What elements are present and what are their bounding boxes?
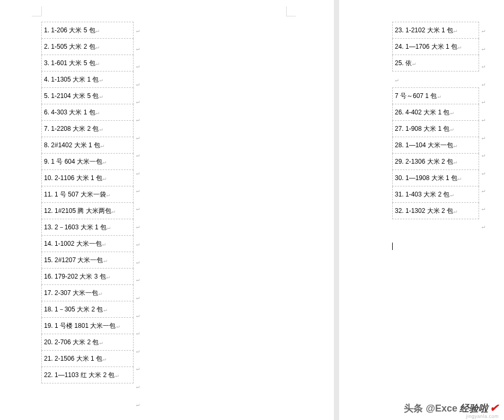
table-row[interactable]: 20. 2-706 大米 2 包↵ bbox=[42, 334, 134, 351]
table-row[interactable]: 3. 1-601 大米 5 包↵ bbox=[42, 55, 134, 72]
table-row[interactable]: 1. 1-206 大米 5 包↵ bbox=[42, 22, 134, 39]
table-cell[interactable]: 30. 1—1908 大米 1 包↵ bbox=[393, 170, 479, 186]
table-cell[interactable]: 25. 依↵ bbox=[393, 55, 479, 72]
table-row[interactable]: 27. 1-908 大米 1 包↵ bbox=[393, 121, 479, 137]
table-left[interactable]: 1. 1-206 大米 5 包↵2. 1-505 大米 2 包↵3. 1-601… bbox=[41, 22, 134, 383]
return-mark-icon: ↵ bbox=[136, 205, 140, 212]
table-row[interactable]: 18. 1－305 大米 2 包↵ bbox=[42, 301, 134, 318]
return-mark-icon: ↵ bbox=[482, 151, 485, 158]
table-cell[interactable]: 16. 179-202 大米 3 包↵ bbox=[42, 269, 134, 285]
return-mark-icon: ↵ bbox=[136, 134, 140, 141]
return-mark-icon: ↵ bbox=[136, 258, 140, 265]
table-row[interactable]: 6. 4-303 大米 1 包↵ bbox=[42, 104, 134, 121]
table-row[interactable]: 16. 179-202 大米 3 包↵ bbox=[42, 269, 134, 285]
cell-text: 7 号～607 1 包 bbox=[395, 92, 437, 100]
table-cell[interactable]: 4. 1-1305 大米 1 包↵ bbox=[42, 72, 134, 88]
table-row[interactable]: 11. 1 号 507 大米一袋↵ bbox=[42, 186, 134, 203]
table-cell[interactable]: 28. 1—104 大米一包↵ bbox=[393, 137, 479, 154]
table-row[interactable]: 7. 1-2208 大米 2 包↵ bbox=[42, 121, 134, 137]
return-mark-icon: ↵ bbox=[136, 312, 140, 319]
table-row[interactable]: 5. 1-2104 大米 5 包↵ bbox=[42, 88, 134, 104]
cell-text: 4. 1-1305 大米 1 包 bbox=[44, 76, 99, 83]
page-separator bbox=[334, 0, 339, 420]
table-row[interactable]: 31. 1-403 大米 2 包↵ bbox=[393, 186, 479, 203]
table-cell[interactable]: 32. 1-1302 大米 2 包↵ bbox=[393, 203, 479, 219]
table-row[interactable]: 15. 2#1207 大米一包↵ bbox=[42, 252, 134, 269]
table-cell[interactable]: 17. 2-307 大米一包↵ bbox=[42, 285, 134, 301]
table-row[interactable]: 24. 1—1706 大米 1 包↵ bbox=[393, 39, 479, 55]
table-row[interactable]: 23. 1-2102 大米 1 包↵ bbox=[393, 22, 479, 39]
table-cell[interactable]: 9. 1 号 604 大米一包↵ bbox=[42, 154, 134, 170]
table-row[interactable]: 32. 1-1302 大米 2 包↵ bbox=[393, 203, 479, 219]
cell-text: 2. 1-505 大米 2 包 bbox=[44, 43, 95, 50]
return-mark-icon: ↵ bbox=[437, 93, 441, 100]
table-row[interactable]: 9. 1 号 604 大米一包↵ bbox=[42, 154, 134, 170]
table-row[interactable]: 25. 依↵ bbox=[393, 55, 479, 72]
table-cell[interactable]: 10. 2-1106 大米 1 包↵ bbox=[42, 170, 134, 186]
table-cell[interactable]: 14. 1-1002 大米一包↵ bbox=[42, 236, 134, 252]
table-row[interactable]: 7 号～607 1 包↵ bbox=[393, 88, 479, 104]
cell-text: 14. 1-1002 大米一包 bbox=[44, 240, 102, 247]
table-cell[interactable]: 24. 1—1706 大米 1 包↵ bbox=[393, 39, 479, 55]
cell-text: 3. 1-601 大米 5 包 bbox=[44, 59, 95, 67]
table-cell[interactable]: 8. 2#1402 大米 1 包↵ bbox=[42, 137, 134, 154]
return-mark-icon: ↵ bbox=[136, 81, 140, 87]
table-row[interactable]: 28. 1—104 大米一包↵ bbox=[393, 137, 479, 154]
return-mark-icon: ↵ bbox=[482, 205, 485, 212]
table-cell[interactable]: 6. 4-303 大米 1 包↵ bbox=[42, 104, 134, 121]
table-row[interactable]: 4. 1-1305 大米 1 包↵ bbox=[42, 72, 134, 88]
table-cell[interactable]: 5. 1-2104 大米 5 包↵ bbox=[42, 88, 134, 104]
return-mark-icon: ↵ bbox=[482, 134, 485, 141]
table-cell[interactable]: 22. 1—1103 红 大米 2 包↵ bbox=[42, 367, 134, 383]
table-row[interactable]: 19. 1 号楼 1801 大米一包↵ bbox=[42, 318, 134, 334]
table-cell[interactable]: 26. 4-402 大米 1 包↵ bbox=[393, 104, 479, 121]
cell-text: 20. 2-706 大米 2 包 bbox=[44, 338, 99, 346]
return-mark-icon: ↵ bbox=[136, 240, 140, 247]
watermark-url: jingyanla.com bbox=[466, 414, 499, 419]
page-2: 23. 1-2102 大米 1 包↵24. 1—1706 大米 1 包↵25. … bbox=[339, 0, 504, 420]
table-cell[interactable]: 21. 2-1506 大米 1 包↵ bbox=[42, 351, 134, 367]
table-right[interactable]: 23. 1-2102 大米 1 包↵24. 1—1706 大米 1 包↵25. … bbox=[392, 22, 479, 219]
table-cell[interactable]: 7. 1-2208 大米 2 包↵ bbox=[42, 121, 134, 137]
table-row[interactable]: 13. 2－1603 大米 1 包↵ bbox=[42, 219, 134, 236]
table-row[interactable]: 17. 2-307 大米一包↵ bbox=[42, 285, 134, 301]
return-mark-icon: ↵ bbox=[482, 187, 485, 194]
return-mark-icon: ↵ bbox=[116, 323, 120, 329]
return-mark-icon: ↵ bbox=[136, 347, 140, 354]
table-cell[interactable]: 15. 2#1207 大米一包↵ bbox=[42, 252, 134, 269]
table-cell[interactable]: 31. 1-403 大米 2 包↵ bbox=[393, 186, 479, 203]
table-row[interactable]: 22. 1—1103 红 大米 2 包↵ bbox=[42, 367, 134, 383]
table-row[interactable]: 14. 1-1002 大米一包↵ bbox=[42, 236, 134, 252]
table-row[interactable]: 12. 1#2105 腾 大米两包↵ bbox=[42, 203, 134, 219]
return-mark-icon: ↵ bbox=[136, 151, 140, 158]
table-cell[interactable]: 27. 1-908 大米 1 包↵ bbox=[393, 121, 479, 137]
table-cell[interactable]: ↵ bbox=[393, 72, 479, 88]
return-mark-icon: ↵ bbox=[136, 383, 140, 390]
return-mark-icon: ↵ bbox=[482, 62, 485, 69]
table-cell[interactable]: 29. 2-1306 大米 2 包↵ bbox=[393, 154, 479, 170]
table-cell[interactable]: 3. 1-601 大米 5 包↵ bbox=[42, 55, 134, 72]
table-row[interactable]: 29. 2-1306 大米 2 包↵ bbox=[393, 154, 479, 170]
table-cell[interactable]: 12. 1#2105 腾 大米两包↵ bbox=[42, 203, 134, 219]
table-cell[interactable]: 20. 2-706 大米 2 包↵ bbox=[42, 334, 134, 351]
return-mark-icon: ↵ bbox=[103, 175, 107, 182]
return-mark-icon: ↵ bbox=[482, 98, 485, 105]
table-row[interactable]: 30. 1—1908 大米 1 包↵ bbox=[393, 170, 479, 186]
table-cell[interactable]: 7 号～607 1 包↵ bbox=[393, 88, 479, 104]
return-mark-icon: ↵ bbox=[136, 98, 140, 105]
table-cell[interactable]: 19. 1 号楼 1801 大米一包↵ bbox=[42, 318, 134, 334]
return-mark-icon: ↵ bbox=[99, 290, 102, 297]
table-cell[interactable]: 13. 2－1603 大米 1 包↵ bbox=[42, 219, 134, 236]
table-row[interactable]: 2. 1-505 大米 2 包↵ bbox=[42, 39, 134, 55]
table-row[interactable]: 21. 2-1506 大米 1 包↵ bbox=[42, 351, 134, 367]
table-cell[interactable]: 1. 1-206 大米 5 包↵ bbox=[42, 22, 134, 39]
table-cell[interactable]: 23. 1-2102 大米 1 包↵ bbox=[393, 22, 479, 39]
table-row[interactable]: ↵ bbox=[393, 72, 479, 88]
table-row[interactable]: 10. 2-1106 大米 1 包↵ bbox=[42, 170, 134, 186]
table-cell[interactable]: 18. 1－305 大米 2 包↵ bbox=[42, 301, 134, 318]
crop-mark bbox=[32, 16, 41, 17]
table-row[interactable]: 8. 2#1402 大米 1 包↵ bbox=[42, 137, 134, 154]
table-row[interactable]: 26. 4-402 大米 1 包↵ bbox=[393, 104, 479, 121]
table-cell[interactable]: 11. 1 号 507 大米一袋↵ bbox=[42, 186, 134, 203]
table-cell[interactable]: 2. 1-505 大米 2 包↵ bbox=[42, 39, 134, 55]
